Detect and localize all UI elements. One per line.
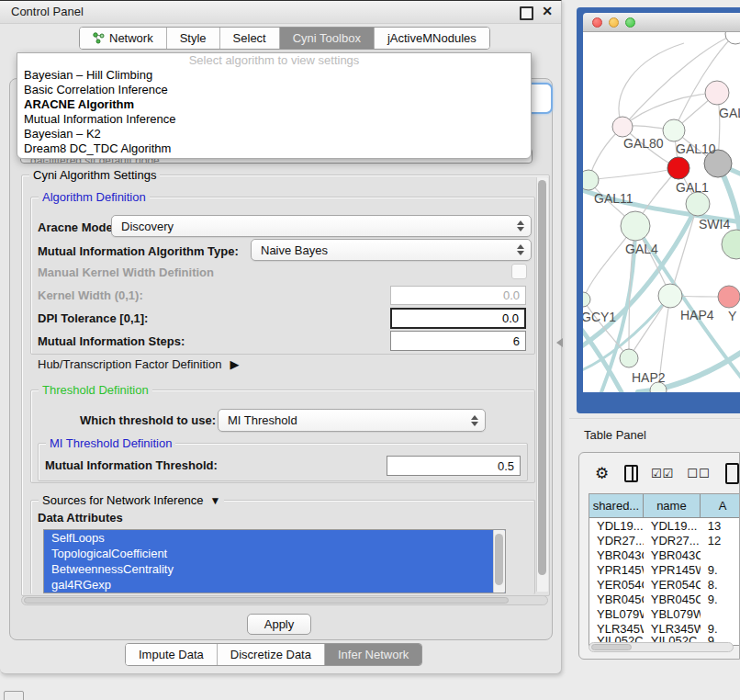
list-item[interactable]: gal4RGexp: [44, 577, 505, 593]
node-gal80[interactable]: [612, 117, 633, 137]
stepper-icon: [516, 220, 524, 231]
stepper-icon: [470, 415, 478, 426]
table-row[interactable]: YLR345W YLR345W 9.: [589, 621, 740, 636]
cell: YDR27...: [589, 534, 644, 548]
kernel-width-field[interactable]: 0.0: [390, 286, 526, 305]
table-row[interactable]: YDR27... YDR27... 12: [589, 533, 740, 548]
mi-threshold-field[interactable]: 0.5: [387, 456, 521, 476]
dpi-tolerance-field[interactable]: 0.0: [390, 308, 526, 329]
kernel-width-value: 0.0: [503, 288, 520, 302]
document-icon[interactable]: [725, 463, 739, 484]
tab-label: Style: [180, 31, 207, 45]
node-swi4[interactable]: [686, 192, 710, 216]
tab-infer-network[interactable]: Infer Network: [324, 644, 421, 665]
tab-discretize-data[interactable]: Discretize Data: [217, 644, 324, 665]
split-columns-icon[interactable]: [624, 465, 638, 482]
node-gal11[interactable]: [583, 170, 599, 190]
window-title: Control Panel: [11, 5, 84, 18]
node-label: HAP2: [632, 370, 666, 385]
close-icon[interactable]: ✕: [542, 4, 553, 18]
node-gcy1[interactable]: [583, 292, 590, 307]
mi-steps-field[interactable]: 6: [390, 331, 526, 351]
gear-icon[interactable]: ⚙: [595, 464, 609, 483]
table-row[interactable]: YBR045C YBR045C 9.: [589, 592, 740, 606]
manual-kernel-label: Manual Kernel Width Definition: [38, 265, 214, 279]
settings-hscrollbar-track[interactable]: [21, 595, 548, 605]
panel-splitter-handle[interactable]: [556, 338, 563, 347]
mi-steps-label: Mutual Information Steps:: [38, 334, 185, 348]
sources-title: Sources for Network Inference: [42, 493, 204, 507]
list-item[interactable]: SelfLoops: [44, 530, 505, 546]
network-window-titlebar: [583, 13, 740, 32]
zoom-traffic-light[interactable]: [625, 17, 635, 28]
dpi-tolerance-label: DPI Tolerance [0,1]:: [38, 311, 148, 325]
list-item[interactable]: BetweennessCentrality: [44, 561, 505, 577]
table-row[interactable]: YPR145W YPR145W 9.: [589, 562, 740, 577]
dropdown-item[interactable]: Mutual Information Inference: [17, 112, 531, 127]
close-traffic-light[interactable]: [592, 17, 602, 28]
node-gal-partial[interactable]: [705, 81, 729, 105]
table-row[interactable]: YBR043C YBR043C: [589, 548, 740, 562]
table-hscrollbar-thumb[interactable]: [591, 644, 632, 650]
which-threshold-combo[interactable]: MI Threshold: [218, 409, 486, 432]
settings-scrollbar-track[interactable]: [536, 177, 548, 592]
aracne-mode-combo[interactable]: Discovery: [111, 215, 532, 237]
tab-network[interactable]: Network: [80, 28, 166, 49]
control-panel-tabs: Network Style Select Cyni Toolbox jActiv…: [79, 27, 490, 50]
float-window-icon[interactable]: [520, 6, 533, 20]
tab-select[interactable]: Select: [219, 28, 279, 49]
table-row[interactable]: YDL19... YDL19... 13: [589, 518, 740, 533]
table-hscrollbar-track[interactable]: [589, 642, 734, 652]
settings-hscrollbar-thumb[interactable]: [24, 597, 509, 604]
settings-scrollbar-thumb[interactable]: [538, 180, 546, 575]
deselect-all-checkboxes-icon[interactable]: ☐☐: [687, 467, 710, 480]
node-gal1[interactable]: [667, 157, 690, 179]
dropdown-item[interactable]: Basic Correlation Inference: [17, 83, 531, 97]
node-label: GAL4: [625, 242, 658, 256]
hub-factor-expander[interactable]: Hub/Transcription Factor Definition ▶: [38, 357, 239, 371]
tab-label: Cyni Toolbox: [293, 31, 361, 45]
expander-down-icon[interactable]: ▼: [210, 494, 221, 507]
column-header[interactable]: A: [701, 494, 740, 518]
manual-kernel-checkbox[interactable]: [511, 264, 527, 279]
node-gal10[interactable]: [663, 119, 685, 141]
mi-type-combo[interactable]: Naive Bayes: [251, 239, 532, 261]
minimize-traffic-light[interactable]: [609, 17, 619, 28]
node-gal4[interactable]: [621, 211, 650, 241]
tab-cyni-toolbox[interactable]: Cyni Toolbox: [279, 28, 374, 49]
select-all-checkboxes-icon[interactable]: ☑☑: [651, 467, 674, 480]
dropdown-item-selected[interactable]: ARACNE Algorithm: [17, 97, 531, 112]
dropdown-item[interactable]: Bayesian – Hill Climbing: [17, 68, 531, 83]
list-item[interactable]: TopologicalCoefficient: [44, 546, 505, 561]
cell: YBR045C: [644, 593, 701, 606]
which-threshold-value: MI Threshold: [219, 413, 297, 427]
node-hap2[interactable]: [620, 349, 638, 367]
tab-style[interactable]: Style: [166, 28, 219, 49]
minimized-panel-icon[interactable]: [4, 691, 24, 700]
which-threshold-label: Which threshold to use:: [80, 413, 216, 427]
node-salmon[interactable]: [718, 286, 740, 308]
dropdown-item[interactable]: Dream8 DC_TDC Algorithm: [17, 141, 531, 156]
tab-jactivemnodules[interactable]: jActiveMNodules: [374, 28, 489, 49]
list-scrollbar-thumb[interactable]: [495, 534, 503, 585]
node-label: GCY1: [583, 310, 616, 324]
cell: 9.: [701, 622, 740, 636]
cell: 13: [701, 519, 740, 533]
dropdown-item[interactable]: Bayesian – K2: [17, 127, 531, 141]
tab-label: Infer Network: [338, 648, 409, 661]
network-canvas[interactable]: GAL GAL80 GAL10 GAL1 GAL11 SWI4 GAL4 GCY…: [583, 32, 740, 392]
node-hap4[interactable]: [658, 284, 682, 308]
list-scrollbar-track[interactable]: [493, 530, 505, 593]
cell: YER054C: [589, 578, 644, 592]
cell: YER054C: [644, 578, 701, 592]
control-panel-titlebar: Control Panel ✕: [0, 1, 561, 24]
cell: YDR27...: [644, 534, 701, 548]
table-row[interactable]: YER054C YER054C 8.: [589, 577, 740, 592]
column-header[interactable]: name: [644, 494, 701, 518]
tab-impute-data[interactable]: Impute Data: [126, 644, 217, 665]
node-green-right[interactable]: [722, 230, 740, 259]
apply-button[interactable]: Apply: [247, 614, 311, 635]
table-row[interactable]: YBL079W YBL079W: [589, 606, 740, 621]
data-attributes-label: Data Attributes: [38, 511, 123, 525]
column-header[interactable]: shared...: [589, 494, 644, 518]
